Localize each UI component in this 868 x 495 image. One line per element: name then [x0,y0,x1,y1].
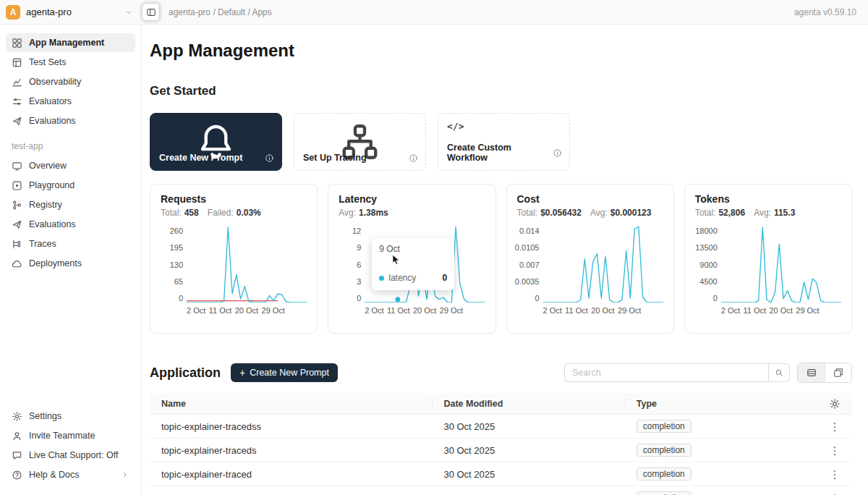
tooltip-series-value: 0 [443,273,448,283]
search-group [564,363,790,382]
table-row[interactable]: topic-explainer-traced 30 Oct 2025 compl… [150,462,852,486]
table-row[interactable]: career-assessment 27 Oct 2025 completion… [150,486,852,495]
y-axis-labels: 1800013500900045000 [695,227,721,302]
search-button[interactable] [768,363,790,382]
table-row[interactable]: topic-explainer-tracedss 30 Oct 2025 com… [150,415,852,439]
sidebar-item-label: Deployments [29,258,82,268]
info-icon[interactable] [553,148,562,158]
paper-plane-icon [12,116,22,127]
column-header-actions [817,393,852,414]
application-header: Application + Create New Prompt [150,363,852,383]
sidebar-toggle-button[interactable] [142,3,160,21]
sidebar-item-app-evaluations[interactable]: Evaluations [6,215,135,234]
get-started-cards: Create New Prompt Set Up Tracing </> Cre… [150,113,852,171]
chevron-down-icon [124,8,133,17]
app-type: completion [625,468,817,481]
row-menu-button[interactable]: ⋮ [826,465,843,483]
sidebar-item-label: Registry [29,200,62,210]
sidebar-item-playground[interactable]: Playground [6,176,135,195]
main-content: App Management Get Started Create New Pr… [142,25,868,495]
branch-icon [12,200,22,211]
table-row[interactable]: topic-explainer-traceds 30 Oct 2025 comp… [150,439,852,462]
row-menu-button[interactable]: ⋮ [826,489,843,495]
code-icon: </> [447,121,464,132]
gear-icon [829,398,841,410]
panel-toggle-icon [146,7,156,17]
sidebar-item-label: Live Chat Support: Off [29,450,118,460]
applications-table: Name Date Modified Type topic-explainer-… [150,393,852,495]
sidebar-bottom-group: Settings Invite Teammate Live Chat Suppo… [6,407,135,485]
sidebar-item-live-chat-support[interactable]: Live Chat Support: Off [6,446,135,465]
type-tag: completion [637,420,692,433]
sidebar-item-app-management[interactable]: App Management [6,33,135,52]
app-date-modified: 30 Oct 2025 [432,445,624,456]
tokens-metric-card: Tokens Total:52,806 Avg:115.3 1800013500… [684,184,852,334]
sidebar-item-label: App Management [29,38,104,48]
app-name: topic-explainer-traced [150,469,432,480]
sidebar-item-label: Traces [29,239,56,249]
tokens-chart[interactable] [721,227,841,302]
x-axis-labels: 2 Oct11 Oct20 Oct29 Oct [543,306,663,315]
x-axis-labels: 2 Oct11 Oct20 Oct29 Oct [365,306,485,315]
metric-cards: Requests Total:458 Failed:0.03% 26019513… [150,184,852,334]
sidebar-item-registry[interactable]: Registry [6,195,135,214]
tooltip-series-row: latency 0 [379,273,447,283]
app-name: topic-explainer-traceds [150,445,432,456]
app-version: agenta v0.59.10 [794,7,856,17]
sidebar-item-evaluators[interactable]: Evaluators [6,92,135,111]
sidebar-item-settings[interactable]: Settings [6,407,135,426]
sidebar-item-deployments[interactable]: Deployments [6,254,135,273]
metric-title: Latency [339,193,485,205]
latency-metric-card: Latency Avg:1.38ms 129630 2 Oct11 Oct20 … [328,184,495,334]
sidebar-item-label: Evaluations [29,116,76,126]
column-header-type[interactable]: Type [625,393,817,414]
row-menu-button[interactable]: ⋮ [826,441,843,459]
card-view-button[interactable] [825,363,851,382]
sidebar-item-help-docs[interactable]: Help & Docs [6,465,135,484]
column-header-name[interactable]: Name [150,393,432,414]
monitor-icon [12,161,22,172]
search-icon [773,368,785,377]
sidebar-item-label: Observability [29,77,81,87]
info-icon[interactable] [409,153,418,163]
sidebar-item-evaluations[interactable]: Evaluations [6,111,135,130]
table-view-button[interactable] [798,363,825,382]
workspace-selector[interactable]: A agenta-pro [6,5,133,20]
sidebar-item-label: Evaluations [29,219,76,229]
sidebar-item-observability[interactable]: Observability [6,72,135,91]
sidebar-item-invite-teammate[interactable]: Invite Teammate [6,426,135,445]
table-settings-button[interactable] [829,398,841,410]
sidebar-item-test-sets[interactable]: Test Sets [6,53,135,72]
chevron-right-icon [121,470,129,479]
search-input[interactable] [564,363,768,382]
app-date-modified: 27 Oct 2025 [432,493,624,495]
type-tag: completion [637,491,692,495]
paper-plane-icon [12,219,22,230]
breadcrumb[interactable]: agenta-pro / Default / Apps [169,7,272,17]
create-custom-workflow-card[interactable]: </> Create Custom Workflow [438,113,570,171]
sidebar-item-label: Help & Docs [29,470,79,480]
set-up-tracing-card[interactable]: Set Up Tracing [294,113,426,171]
sidebar-item-overview[interactable]: Overview [6,156,135,175]
requests-metric-card: Requests Total:458 Failed:0.03% 26019513… [150,184,318,334]
x-axis-labels: 2 Oct11 Oct20 Oct29 Oct [187,306,307,315]
sidebar-item-traces[interactable]: Traces [6,234,135,253]
column-header-date-modified[interactable]: Date Modified [432,393,624,414]
requests-chart[interactable] [187,227,307,302]
info-icon[interactable] [265,153,274,163]
create-new-prompt-button[interactable]: + Create New Prompt [231,363,338,382]
metric-stats: Avg:1.38ms [339,208,485,218]
metric-stats: Total:52,806 Avg:115.3 [695,208,841,218]
metric-title: Cost [517,193,663,205]
user-icon [12,431,22,441]
app-name: career-assessment [150,493,432,495]
cost-chart[interactable] [543,227,663,302]
series-dot [379,276,384,281]
create-new-prompt-card[interactable]: Create New Prompt [150,113,282,171]
cloud-icon [12,258,22,269]
sidebar-item-label: Invite Teammate [29,431,95,441]
sidebar-item-label: Settings [29,411,61,421]
top-bar: A agenta-pro agenta-pro / Default / Apps… [0,0,868,25]
row-menu-button[interactable]: ⋮ [826,418,843,435]
metric-stats: Total:$0.056432 Avg:$0.000123 [517,208,663,218]
